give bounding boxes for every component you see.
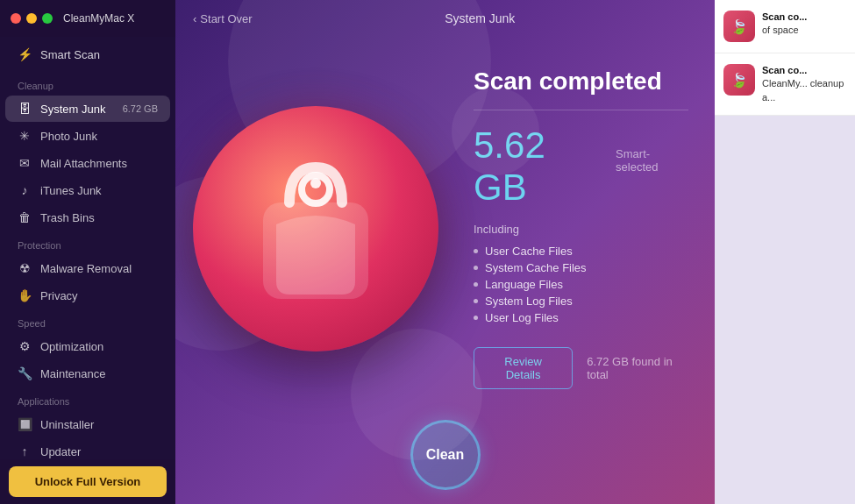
svg-point-2 <box>310 178 321 188</box>
back-chevron-icon: ‹ <box>193 12 196 25</box>
bag-svg-icon <box>228 141 403 316</box>
including-label: Including <box>474 223 688 236</box>
main-title: System Junk <box>263 11 697 25</box>
maintenance-label: Maintenance <box>40 367 158 380</box>
updater-icon: ↑ <box>18 444 32 458</box>
notif-title-1: Scan co... <box>762 11 807 24</box>
list-item: User Cache Files <box>474 243 688 259</box>
itunes-icon: ♪ <box>18 183 32 197</box>
malware-icon: ☢ <box>18 261 32 275</box>
main-body: Scan completed 5.62 GB Smart-selected In… <box>175 37 715 420</box>
section-protection: Protection <box>0 231 175 254</box>
traffic-lights <box>11 13 53 24</box>
bullet-icon <box>474 299 478 303</box>
updater-label: Updater <box>40 445 158 458</box>
clean-button-area: Clean <box>175 420 715 504</box>
bullet-icon <box>474 316 478 320</box>
notif-text-2: Scan co... CleanMy... cleanup a... <box>762 64 846 104</box>
app-icon-area <box>193 62 438 395</box>
notif-icon-2: 🍃 <box>723 64 755 96</box>
sidebar-item-optimization[interactable]: ⚙ Optimization <box>5 333 170 359</box>
size-row: 5.62 GB Smart-selected <box>474 124 688 209</box>
clean-button[interactable]: Clean <box>410 420 481 490</box>
bullet-icon <box>474 282 478 287</box>
optimization-icon: ⚙ <box>18 339 32 353</box>
close-button[interactable] <box>11 13 21 24</box>
smart-selected-label: Smart-selected <box>616 147 688 174</box>
mail-icon: ✉ <box>18 156 32 170</box>
uninstaller-icon: 🔲 <box>18 417 32 431</box>
sidebar-item-photo-junk[interactable]: ✳ Photo Junk <box>5 123 170 149</box>
itunes-label: iTunes Junk <box>40 184 158 197</box>
notif-body-1: of space <box>762 24 807 37</box>
maintenance-icon: 🔧 <box>18 366 32 380</box>
main-content: ‹ Start Over System Junk <box>175 0 715 504</box>
section-cleanup: Cleanup <box>0 72 175 95</box>
list-item: System Log Files <box>474 293 688 309</box>
system-junk-icon: 🗄 <box>18 102 32 116</box>
mail-label: Mail Attachments <box>40 157 158 170</box>
minimize-button[interactable] <box>26 13 37 24</box>
scan-completed-heading: Scan completed <box>474 67 688 96</box>
privacy-label: Privacy <box>40 289 158 302</box>
sidebar-item-itunes-junk[interactable]: ♪ iTunes Junk <box>5 177 170 203</box>
maximize-button[interactable] <box>42 13 53 24</box>
privacy-icon: ✋ <box>18 288 32 302</box>
sidebar-bottom: Unlock Full Version <box>0 459 175 504</box>
list-item: System Cache Files <box>474 259 688 276</box>
malware-label: Malware Removal <box>40 262 158 275</box>
sidebar: CleanMyMac X ⚡ Smart Scan Cleanup 🗄 Syst… <box>0 0 175 504</box>
sidebar-content: ⚡ Smart Scan Cleanup 🗄 System Junk 6.72 … <box>0 37 175 504</box>
smart-scan-label: Smart Scan <box>40 48 100 61</box>
sidebar-item-uninstaller[interactable]: 🔲 Uninstaller <box>5 411 170 437</box>
system-junk-label: System Junk <box>40 103 114 116</box>
results-panel: Scan completed 5.62 GB Smart-selected In… <box>456 50 697 407</box>
right-panel: 🍃 Scan co... of space 🍃 Scan co... Clean… <box>715 0 855 504</box>
sidebar-item-maintenance[interactable]: 🔧 Maintenance <box>5 360 170 387</box>
notif-body-2: CleanMy... cleanup a... <box>762 77 846 104</box>
section-applications: Applications <box>0 387 175 410</box>
trash-label: Trash Bins <box>40 211 158 224</box>
titlebar: CleanMyMac X <box>0 0 175 37</box>
system-junk-big-icon <box>193 106 438 351</box>
list-item: User Log Files <box>474 309 688 326</box>
notification-item-2: 🍃 Scan co... CleanMy... cleanup a... <box>715 53 855 116</box>
main-titlebar: ‹ Start Over System Junk <box>175 0 715 37</box>
review-details-button[interactable]: Review Details <box>474 347 573 389</box>
review-row: Review Details 6.72 GB found in total <box>474 347 688 389</box>
sidebar-item-mail-attachments[interactable]: ✉ Mail Attachments <box>5 150 170 176</box>
sidebar-item-privacy[interactable]: ✋ Privacy <box>5 282 170 309</box>
uninstaller-label: Uninstaller <box>40 418 158 431</box>
sidebar-item-malware-removal[interactable]: ☢ Malware Removal <box>5 255 170 281</box>
photo-junk-icon: ✳ <box>18 129 32 143</box>
sidebar-item-trash-bins[interactable]: 🗑 Trash Bins <box>5 204 170 231</box>
sidebar-item-smart-scan[interactable]: ⚡ Smart Scan <box>5 39 170 70</box>
section-speed: Speed <box>0 309 175 332</box>
notification-item-1: 🍃 Scan co... of space <box>715 0 855 53</box>
items-list: User Cache Files System Cache Files Lang… <box>474 243 688 326</box>
notif-icon-1: 🍃 <box>723 11 755 42</box>
optimization-label: Optimization <box>40 340 158 353</box>
bullet-icon <box>474 266 478 270</box>
back-button[interactable]: ‹ Start Over <box>193 12 253 25</box>
notif-title-2: Scan co... <box>762 64 846 77</box>
list-item: Language Files <box>474 276 688 293</box>
bullet-icon <box>474 249 478 253</box>
system-junk-badge: 6.72 GB <box>123 103 158 114</box>
back-label: Start Over <box>200 12 252 25</box>
app-title: CleanMyMac X <box>63 12 134 25</box>
divider <box>474 110 688 110</box>
trash-icon: 🗑 <box>18 210 32 224</box>
notif-text-1: Scan co... of space <box>762 11 807 42</box>
found-total-label: 6.72 GB found in total <box>587 355 688 381</box>
size-value: 5.62 GB <box>474 124 602 209</box>
smart-scan-icon: ⚡ <box>18 47 32 61</box>
unlock-full-version-button[interactable]: Unlock Full Version <box>9 466 167 497</box>
sidebar-item-system-junk[interactable]: 🗄 System Junk 6.72 GB <box>5 96 170 122</box>
photo-junk-label: Photo Junk <box>40 130 158 143</box>
